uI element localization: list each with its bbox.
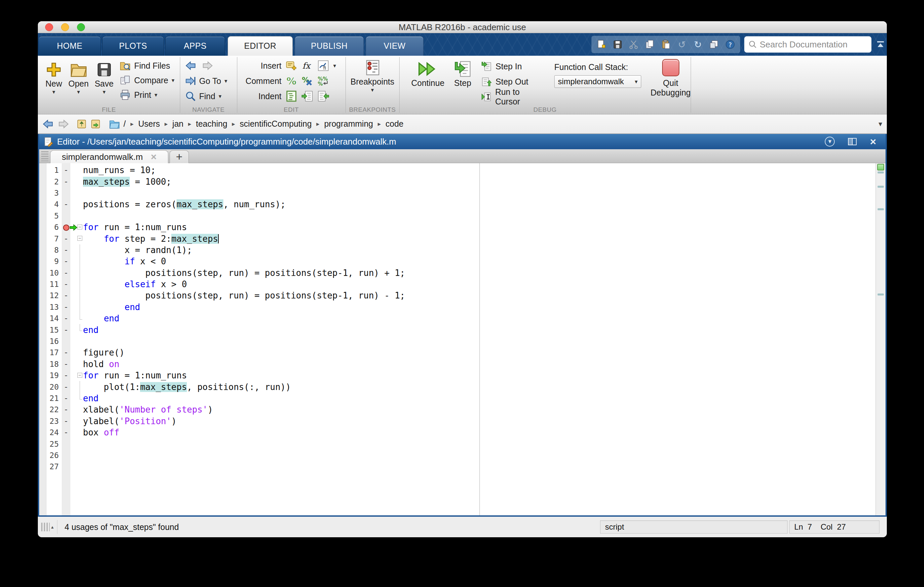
up-one-level-icon[interactable] bbox=[76, 119, 87, 129]
usage-mark-icon[interactable] bbox=[878, 294, 884, 296]
redo-icon[interactable]: ↻ bbox=[692, 38, 704, 50]
step-in-button[interactable]: Step In bbox=[481, 59, 545, 74]
code-editor[interactable]: 1-num_runs = 10;2-max_steps = 1000;34-po… bbox=[39, 163, 886, 515]
code-text[interactable]: xlabel('Number of steps') bbox=[83, 404, 213, 414]
code-line[interactable]: 10- positions(step, run) = positions(ste… bbox=[39, 267, 874, 279]
smart-indent-icon[interactable] bbox=[285, 90, 297, 102]
breadcrumb-back-icon[interactable] bbox=[43, 118, 54, 130]
code-line[interactable]: 9- if x < 0 bbox=[39, 256, 874, 267]
tab-bar-grip[interactable] bbox=[41, 151, 48, 161]
breadcrumb-dropdown-icon[interactable]: ▾ bbox=[879, 120, 882, 128]
code-text[interactable]: box off bbox=[83, 428, 119, 437]
statusbar-expand-icon[interactable]: ▴ bbox=[51, 524, 54, 530]
code-line[interactable]: 22-xlabel('Number of steps') bbox=[39, 404, 874, 415]
window-titlebar[interactable]: MATLAB R2016b - academic use bbox=[38, 21, 887, 33]
back-button[interactable] bbox=[185, 60, 196, 71]
code-text[interactable]: end bbox=[83, 325, 99, 335]
new-tab-button[interactable]: + bbox=[170, 150, 189, 163]
code-text[interactable]: for run = 1:num_runs bbox=[83, 370, 187, 380]
breadcrumb-segment[interactable]: jan bbox=[172, 119, 183, 129]
indent-right-icon[interactable] bbox=[301, 90, 314, 102]
code-line[interactable]: 18-hold on bbox=[39, 358, 874, 370]
undo-icon[interactable]: ↺ bbox=[676, 38, 688, 50]
code-text[interactable]: max_steps = 1000; bbox=[83, 177, 171, 187]
wrap-comments-icon[interactable]: %%% bbox=[317, 75, 329, 87]
execution-marker[interactable]: - bbox=[62, 382, 70, 392]
code-line[interactable]: 15-end bbox=[39, 324, 874, 335]
search-documentation-input[interactable]: Search Documentation bbox=[744, 36, 871, 53]
dock-icon[interactable] bbox=[848, 138, 856, 145]
breadcrumb-segment[interactable]: scientificComputing bbox=[239, 119, 312, 129]
save-button[interactable]: Save ▾ bbox=[95, 58, 114, 102]
breadcrumb-segment[interactable]: / bbox=[124, 119, 126, 129]
code-line[interactable]: 23-ylabel('Position') bbox=[39, 416, 874, 427]
insert-fx-icon[interactable]: fx bbox=[301, 60, 314, 72]
print-button[interactable]: Print ▾ bbox=[119, 87, 174, 102]
code-text[interactable]: ylabel('Position') bbox=[83, 416, 177, 426]
save-icon[interactable] bbox=[612, 38, 624, 50]
code-line[interactable]: 12- positions(step, run) = positions(ste… bbox=[39, 290, 874, 301]
code-fold-margin[interactable]: − bbox=[77, 222, 83, 233]
code-line[interactable]: 17-figure() bbox=[39, 347, 874, 358]
code-text[interactable]: if x < 0 bbox=[83, 257, 166, 266]
code-line[interactable]: 27 bbox=[39, 461, 874, 472]
code-fold-margin[interactable]: − bbox=[77, 233, 83, 244]
code-line[interactable]: 5 bbox=[39, 210, 874, 222]
breakpoint-icon[interactable] bbox=[63, 225, 69, 231]
execution-marker[interactable]: - bbox=[62, 234, 70, 243]
code-line[interactable]: 6−for run = 1:num_runs bbox=[39, 222, 874, 233]
code-line[interactable]: 19-−for run = 1:num_runs bbox=[39, 370, 874, 381]
execution-marker[interactable]: - bbox=[62, 416, 70, 426]
execution-marker[interactable]: - bbox=[62, 245, 70, 255]
execution-marker[interactable]: - bbox=[62, 405, 70, 414]
execution-marker[interactable]: - bbox=[62, 394, 70, 403]
quit-debugging-button[interactable]: QuitDebugging bbox=[650, 57, 691, 104]
tab-plots[interactable]: PLOTS bbox=[102, 36, 164, 56]
code-line[interactable]: 25 bbox=[39, 438, 874, 449]
find-button[interactable]: Find ▾ bbox=[185, 89, 237, 104]
insert-section-icon[interactable] bbox=[285, 60, 297, 72]
code-line[interactable]: 1-num_runs = 10; bbox=[39, 164, 874, 176]
breadcrumb-segment[interactable]: Users bbox=[139, 119, 160, 129]
code-line[interactable]: 8- x = randn(1); bbox=[39, 244, 874, 256]
compare-button[interactable]: Compare ▾ bbox=[119, 73, 174, 87]
code-line[interactable]: 11- elseif x > 0 bbox=[39, 279, 874, 290]
breadcrumb-path[interactable]: /▸Users▸jan▸teaching▸scientificComputing… bbox=[124, 119, 404, 129]
find-files-button[interactable]: Find Files bbox=[119, 58, 174, 73]
execution-marker[interactable]: - bbox=[62, 257, 70, 266]
tab-editor[interactable]: EDITOR bbox=[228, 36, 293, 56]
panel-close-icon[interactable]: × bbox=[870, 136, 876, 148]
open-button[interactable]: Open ▾ bbox=[68, 58, 89, 102]
usage-mark-icon[interactable] bbox=[878, 171, 884, 173]
execution-marker[interactable]: - bbox=[62, 166, 70, 175]
code-text[interactable]: num_runs = 10; bbox=[83, 165, 156, 175]
new-button[interactable]: New ▾ bbox=[45, 58, 63, 102]
code-text[interactable]: for run = 1:num_runs bbox=[83, 222, 187, 232]
usage-mark-icon[interactable] bbox=[878, 208, 884, 210]
code-text[interactable]: hold on bbox=[83, 359, 119, 369]
code-line[interactable]: 7-− for step = 2:max_steps bbox=[39, 233, 874, 244]
execution-marker[interactable]: - bbox=[62, 303, 70, 312]
browse-for-folder-icon[interactable] bbox=[90, 119, 101, 129]
code-text[interactable]: end bbox=[83, 313, 119, 323]
code-line[interactable]: 20- plot(1:max_steps, positions(:, run)) bbox=[39, 381, 874, 392]
insert-function-icon[interactable]: fi bbox=[317, 60, 329, 72]
execution-marker[interactable]: - bbox=[62, 371, 70, 380]
statusbar-grip-icon[interactable] bbox=[41, 523, 50, 531]
execution-marker[interactable]: - bbox=[62, 268, 70, 278]
code-line[interactable]: 26 bbox=[39, 450, 874, 461]
help-icon[interactable]: ? bbox=[724, 38, 736, 50]
execution-marker[interactable]: - bbox=[62, 200, 70, 209]
code-line[interactable]: 24-box off bbox=[39, 427, 874, 438]
uncomment-icon[interactable]: % bbox=[301, 75, 314, 87]
new-script-icon[interactable] bbox=[596, 38, 607, 50]
breadcrumb-segment[interactable]: programming bbox=[324, 119, 373, 129]
switch-windows-icon[interactable] bbox=[708, 38, 720, 50]
tab-publish[interactable]: PUBLISH bbox=[295, 36, 364, 56]
code-text[interactable]: for step = 2:max_steps bbox=[83, 234, 219, 244]
code-text[interactable]: positions(step, run) = positions(step-1,… bbox=[83, 291, 405, 301]
execution-marker[interactable]: - bbox=[62, 360, 70, 369]
breadcrumb-forward-icon[interactable] bbox=[58, 118, 69, 130]
step-button[interactable]: Step bbox=[454, 57, 472, 104]
code-text[interactable]: x = randn(1); bbox=[83, 245, 192, 255]
